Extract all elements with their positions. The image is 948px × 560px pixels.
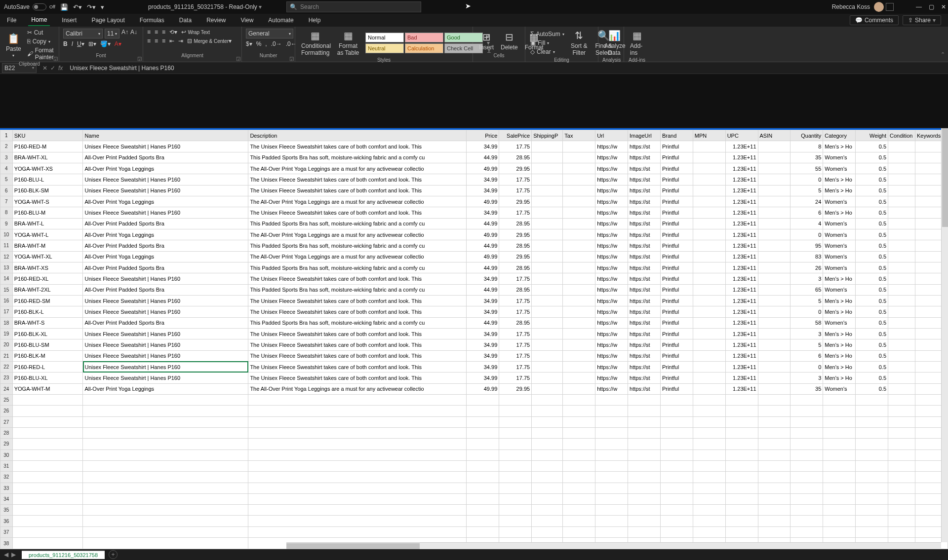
cell[interactable] bbox=[83, 516, 248, 526]
cell[interactable]: 0 bbox=[790, 229, 823, 240]
cell[interactable] bbox=[628, 526, 661, 537]
cell[interactable] bbox=[888, 317, 915, 328]
cell[interactable] bbox=[693, 472, 725, 483]
column-header[interactable]: MPN bbox=[693, 130, 725, 141]
cell[interactable] bbox=[758, 262, 790, 273]
cell[interactable] bbox=[758, 516, 790, 526]
cell[interactable]: https://w bbox=[595, 273, 628, 284]
cell[interactable]: 0.5 bbox=[856, 339, 888, 350]
cell[interactable]: BRA-WHT-XL bbox=[12, 152, 83, 163]
cell[interactable]: This Padded Sports Bra has soft, moistur… bbox=[248, 262, 467, 273]
tab-view[interactable]: View bbox=[238, 15, 257, 26]
cell[interactable]: 35 bbox=[790, 383, 823, 394]
row-header[interactable]: 7 bbox=[0, 196, 13, 207]
row-header[interactable]: 32 bbox=[0, 472, 13, 483]
cell[interactable]: Unisex Fleece Sweatshirt | Hanes P160 bbox=[83, 306, 248, 317]
row-header[interactable]: 33 bbox=[0, 483, 13, 493]
cell[interactable] bbox=[758, 460, 790, 471]
cell[interactable]: 1.23E+11 bbox=[725, 295, 758, 306]
cell[interactable]: YOGA-WHT-M bbox=[12, 383, 83, 394]
cell[interactable] bbox=[888, 284, 915, 295]
cell[interactable] bbox=[83, 406, 248, 416]
cell[interactable]: 6 bbox=[790, 207, 823, 218]
cell[interactable] bbox=[758, 328, 790, 339]
border-icon[interactable]: ⊞▾ bbox=[88, 40, 96, 47]
column-header[interactable]: SKU bbox=[12, 130, 83, 141]
cell[interactable] bbox=[660, 394, 693, 405]
cell[interactable] bbox=[725, 493, 758, 504]
cell[interactable] bbox=[12, 526, 83, 537]
cell[interactable]: BRA-WHT-XS bbox=[12, 262, 83, 273]
cell[interactable] bbox=[693, 207, 725, 218]
cell[interactable] bbox=[693, 240, 725, 251]
cell[interactable]: 34.99 bbox=[467, 273, 499, 284]
cell[interactable]: 29.95 bbox=[499, 251, 532, 262]
cell[interactable]: Printful bbox=[660, 262, 693, 273]
cell[interactable] bbox=[563, 516, 595, 526]
cell[interactable]: Men's > Ho bbox=[823, 328, 856, 339]
cell[interactable] bbox=[628, 472, 661, 483]
cell[interactable]: 17.75 bbox=[499, 185, 532, 196]
cell[interactable] bbox=[467, 516, 499, 526]
cell[interactable] bbox=[563, 218, 595, 229]
cell[interactable] bbox=[499, 483, 532, 493]
cell[interactable]: https://st bbox=[628, 174, 661, 185]
row-header[interactable]: 26 bbox=[0, 406, 13, 416]
cell[interactable]: 5 bbox=[790, 295, 823, 306]
cell[interactable]: The All-Over Print Yoga Leggings are a m… bbox=[248, 163, 467, 174]
cell[interactable] bbox=[888, 152, 915, 163]
cell[interactable] bbox=[693, 284, 725, 295]
cell[interactable]: 44.99 bbox=[467, 152, 499, 163]
cell[interactable]: Printful bbox=[660, 196, 693, 207]
merge-center-button[interactable]: ⊟ Merge & Center▾ bbox=[187, 37, 232, 44]
cell[interactable]: https://w bbox=[595, 163, 628, 174]
cell[interactable] bbox=[758, 449, 790, 460]
cell[interactable] bbox=[888, 406, 915, 416]
cell[interactable]: 0.5 bbox=[856, 174, 888, 185]
cell[interactable]: https://st bbox=[628, 328, 661, 339]
cell[interactable] bbox=[693, 152, 725, 163]
cell[interactable]: Men's > Ho bbox=[823, 207, 856, 218]
cell[interactable]: The Unisex Fleece Sweatshirt takes care … bbox=[248, 306, 467, 317]
align-center-icon[interactable]: ≡ bbox=[155, 37, 158, 44]
row-header[interactable]: 28 bbox=[0, 427, 13, 438]
cell[interactable]: Men's > Ho bbox=[823, 141, 856, 152]
fill-button[interactable]: ▣Fill▾ bbox=[529, 39, 565, 47]
row-header[interactable]: 21 bbox=[0, 350, 13, 361]
cell[interactable]: Printful bbox=[660, 295, 693, 306]
cell[interactable]: https://w bbox=[595, 218, 628, 229]
cell[interactable]: 0.5 bbox=[856, 383, 888, 394]
cell[interactable]: https://w bbox=[595, 229, 628, 240]
cell[interactable] bbox=[856, 439, 888, 449]
cell[interactable] bbox=[758, 229, 790, 240]
cell[interactable] bbox=[532, 449, 563, 460]
cell[interactable]: 17.75 bbox=[499, 141, 532, 152]
cell[interactable]: 0.5 bbox=[856, 273, 888, 284]
cell[interactable] bbox=[660, 427, 693, 438]
cell[interactable]: Women's bbox=[823, 218, 856, 229]
cell[interactable] bbox=[532, 207, 563, 218]
cell[interactable]: The Unisex Fleece Sweatshirt takes care … bbox=[248, 328, 467, 339]
cell[interactable] bbox=[888, 516, 915, 526]
cell[interactable]: All-Over Print Padded Sports Bra bbox=[83, 218, 248, 229]
cell[interactable]: Printful bbox=[660, 229, 693, 240]
cell[interactable] bbox=[660, 516, 693, 526]
cell[interactable] bbox=[532, 273, 563, 284]
cell[interactable] bbox=[693, 483, 725, 493]
cell[interactable] bbox=[888, 240, 915, 251]
cell[interactable] bbox=[595, 406, 628, 416]
cell[interactable] bbox=[758, 295, 790, 306]
cell-styles-gallery[interactable]: Normal Bad Good Neutral Calculation Chec… bbox=[365, 33, 483, 53]
row-header[interactable]: 20 bbox=[0, 339, 13, 350]
row-header[interactable]: 22 bbox=[0, 361, 13, 372]
cell[interactable] bbox=[532, 240, 563, 251]
row-header[interactable]: 1 bbox=[0, 130, 13, 141]
row-header[interactable]: 36 bbox=[0, 516, 13, 526]
cell[interactable] bbox=[532, 262, 563, 273]
cell[interactable] bbox=[888, 328, 915, 339]
cell[interactable] bbox=[563, 240, 595, 251]
cell[interactable]: All-Over Print Yoga Leggings bbox=[83, 163, 248, 174]
cell[interactable] bbox=[660, 449, 693, 460]
cell[interactable] bbox=[693, 229, 725, 240]
cell[interactable]: P160-BLK-XL bbox=[12, 328, 83, 339]
